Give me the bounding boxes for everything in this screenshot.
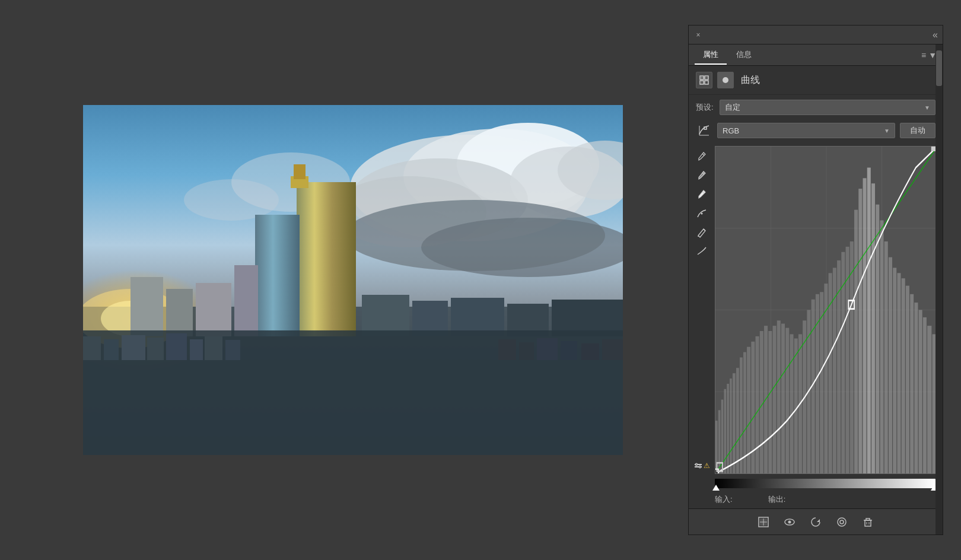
preset-label: 预设: [696, 102, 714, 113]
curves-title-row: 曲线 [689, 66, 943, 95]
panel-close-button[interactable]: × [693, 30, 703, 40]
panel-header-left: × [693, 30, 703, 40]
view-icon [836, 516, 848, 528]
eyedropper-black-icon [696, 151, 707, 162]
curve-mode-btn[interactable] [693, 205, 710, 222]
svg-rect-117 [897, 273, 900, 473]
delete-btn[interactable] [860, 514, 876, 530]
panel-scrollbar[interactable] [935, 44, 943, 534]
tabs-left: 属性 信息 [695, 46, 760, 65]
svg-rect-120 [910, 294, 914, 473]
preset-dropdown[interactable]: 自定 ▼ [720, 100, 935, 115]
eye-icon [784, 516, 795, 528]
pencil-icon [696, 227, 707, 238]
svg-rect-124 [927, 326, 931, 473]
reset-btn[interactable] [807, 514, 824, 530]
grid-icon [699, 75, 709, 85]
svg-rect-113 [880, 220, 883, 473]
panel-collapse-btn[interactable]: « [933, 30, 938, 40]
svg-rect-22 [131, 277, 163, 336]
svg-rect-123 [923, 317, 927, 473]
svg-point-12 [184, 179, 279, 221]
pencil-draw-btn[interactable] [693, 224, 710, 241]
canvas-area [18, 25, 688, 535]
svg-point-52 [723, 77, 728, 83]
curves-svg [715, 147, 937, 473]
trash-icon [862, 516, 874, 528]
svg-rect-139 [866, 518, 870, 520]
channel-adjust-btn[interactable] [696, 122, 712, 139]
channel-row: RGB ▼ 自动 [689, 120, 943, 144]
warning-adjust-btn[interactable]: ⚠ [691, 457, 712, 474]
svg-rect-88 [773, 326, 777, 473]
smooth-icon [696, 246, 707, 257]
preset-value: 自定 [725, 102, 740, 113]
svg-line-60 [704, 229, 705, 231]
slider-left-handle[interactable] [712, 485, 720, 491]
channel-value: RGB [723, 126, 739, 135]
svg-rect-109 [863, 178, 867, 473]
svg-rect-40 [498, 339, 516, 360]
panel-header-right: « [933, 30, 938, 40]
svg-rect-80 [740, 357, 743, 473]
svg-rect-24 [196, 283, 231, 336]
adjustments-icon [694, 462, 702, 470]
tab-menu-button[interactable]: ≡ ▼ [921, 50, 937, 60]
svg-rect-83 [751, 342, 755, 473]
eyedropper-black-btn[interactable] [693, 148, 710, 165]
svg-point-59 [701, 213, 703, 215]
create-layer-btn[interactable] [755, 514, 772, 530]
svg-rect-32 [83, 336, 101, 360]
tab-properties[interactable]: 属性 [695, 46, 727, 65]
svg-rect-107 [854, 210, 858, 473]
create-layer-icon [758, 516, 769, 528]
svg-rect-90 [781, 324, 785, 473]
svg-rect-45 [602, 339, 623, 360]
svg-rect-37 [190, 339, 203, 360]
svg-marker-134 [817, 519, 820, 522]
tab-info[interactable]: 信息 [728, 46, 760, 65]
svg-rect-111 [871, 183, 875, 473]
svg-rect-122 [919, 310, 922, 474]
smooth-curve-btn[interactable] [693, 243, 710, 260]
curve-section: ⚠ [689, 144, 943, 476]
svg-rect-38 [205, 336, 222, 360]
auto-button[interactable]: 自动 [900, 123, 935, 138]
svg-rect-87 [768, 331, 772, 473]
svg-rect-114 [884, 241, 888, 473]
sky-overlay [83, 105, 623, 455]
svg-rect-43 [561, 341, 577, 360]
svg-rect-84 [756, 336, 759, 473]
eyedropper-white-btn[interactable] [693, 186, 710, 203]
svg-rect-42 [537, 338, 558, 360]
bottom-toolbar [689, 508, 943, 534]
visibility-btn[interactable] [781, 514, 798, 530]
input-slider[interactable] [715, 479, 935, 488]
view-btn[interactable] [833, 514, 850, 530]
svg-rect-33 [104, 339, 119, 360]
svg-rect-79 [736, 368, 739, 473]
curves-icon1-btn[interactable] [696, 72, 712, 88]
svg-point-136 [840, 520, 844, 524]
eyedropper-gray-btn[interactable] [693, 167, 710, 184]
eyedropper-white-icon [696, 189, 707, 200]
curves-icon2-btn[interactable] [717, 72, 734, 88]
eyedropper-gray-icon [696, 170, 707, 181]
svg-rect-19 [255, 215, 300, 336]
svg-rect-106 [850, 241, 854, 473]
svg-rect-110 [867, 168, 871, 473]
io-row: 输入: 输出: [689, 491, 943, 508]
svg-rect-77 [730, 378, 732, 473]
svg-rect-78 [733, 373, 736, 473]
svg-rect-36 [166, 333, 187, 360]
scrollbar-thumb[interactable] [936, 50, 942, 86]
curve-mode-icon [696, 208, 707, 219]
svg-rect-35 [147, 338, 164, 360]
channel-dropdown[interactable]: RGB ▼ [717, 123, 895, 138]
curves-panel-title: 曲线 [741, 74, 760, 87]
photo-background [83, 105, 623, 455]
svg-rect-41 [519, 342, 534, 360]
preset-arrow: ▼ [924, 104, 930, 111]
svg-rect-21 [294, 164, 306, 179]
curve-canvas[interactable] [715, 146, 938, 474]
